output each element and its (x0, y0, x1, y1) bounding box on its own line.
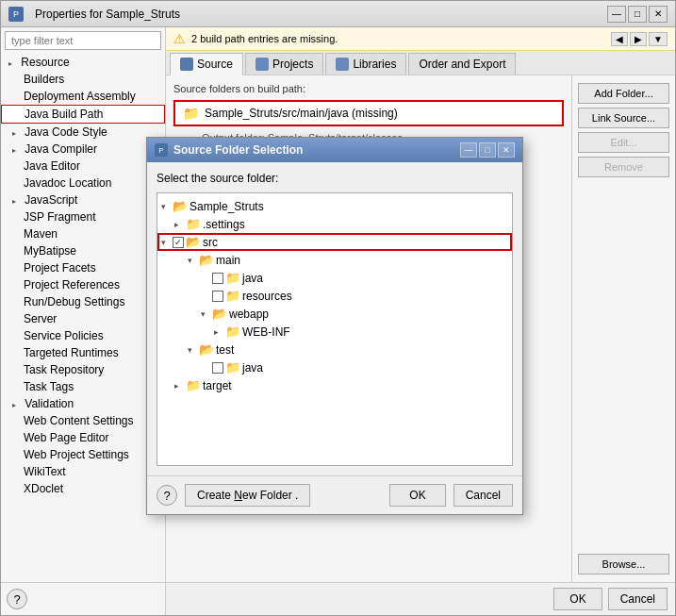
dialog-instruction: Select the source folder: (157, 172, 513, 185)
window-controls: — □ ✕ (607, 6, 668, 23)
folder-icon: 📁 (225, 289, 240, 303)
tree-item-resources[interactable]: 📁 resources (157, 287, 512, 305)
dialog-close-button[interactable]: ✕ (498, 142, 515, 158)
java-checkbox[interactable] (212, 273, 223, 284)
test-java-checkbox[interactable] (212, 362, 223, 374)
folder-icon: 📁 (186, 217, 201, 231)
nav-forward-button[interactable]: ▶ (630, 32, 647, 46)
folder-entry: 📁 Sample_Struts/src/main/java (missing) (173, 100, 564, 126)
tree-item-sample-struts[interactable]: ▾ 📂 Sample_Struts (157, 197, 512, 215)
add-folder-button[interactable]: Add Folder... (578, 83, 669, 104)
warning-bar: ⚠ 2 build path entries are missing. ◀ ▶ … (166, 27, 675, 51)
tree-item-main[interactable]: ▾ 📂 main (157, 251, 512, 269)
edit-button[interactable]: Edit... (578, 132, 669, 153)
sidebar-item-task-repository[interactable]: Task Repository (1, 361, 165, 378)
minimize-button[interactable]: — (607, 6, 626, 23)
sidebar-item-web-page-editor[interactable]: Web Page Editor (1, 429, 165, 446)
folder-open-icon: 📂 (173, 199, 188, 213)
tab-projects[interactable]: Projects (245, 53, 323, 75)
cancel-button[interactable]: Cancel (608, 588, 668, 610)
folder-icon: 📁 (186, 378, 201, 392)
folder-entry-text: Sample_Struts/src/main/java (missing) (205, 107, 398, 120)
folder-open-icon: 📂 (186, 235, 201, 249)
remove-button[interactable]: Remove (578, 157, 669, 177)
title-bar: P Properties for Sample_Struts — □ ✕ (1, 1, 675, 27)
sidebar-item-project-facets[interactable]: Project Facets (1, 259, 165, 276)
tabs-bar: Source Projects Libraries Order and Expo… (166, 51, 675, 75)
link-source-button[interactable]: Link Source... (578, 108, 669, 128)
tree-item-settings[interactable]: ▸ 📁 .settings (157, 215, 512, 233)
ok-button[interactable]: OK (553, 588, 602, 610)
expand-arrow: ▾ (161, 202, 171, 211)
dialog-minimize-button[interactable]: — (460, 142, 477, 158)
folder-icon: 📁 (225, 271, 240, 285)
dialog-title-bar: P Source Folder Selection — □ ✕ (147, 138, 522, 162)
tab-order-export[interactable]: Order and Export (408, 53, 516, 75)
sidebar-item-maven[interactable]: Maven (1, 225, 165, 242)
help-button[interactable]: ? (7, 589, 27, 609)
warning-icon: ⚠ (173, 31, 186, 46)
sidebar-item-project-references[interactable]: Project References (1, 276, 165, 293)
dialog-icon: P (155, 143, 168, 157)
sidebar-item-server[interactable]: Server (1, 310, 165, 327)
nav-dropdown-button[interactable]: ▼ (649, 32, 668, 46)
sidebar-item-validation[interactable]: ▸ Validation (1, 395, 165, 412)
window-title: Properties for Sample_Struts (35, 8, 180, 21)
close-button[interactable]: ✕ (649, 6, 668, 23)
properties-tree: ▸ Resource Builders Deployment Assembly … (1, 54, 165, 582)
folder-icon: 📁 (183, 106, 199, 121)
sidebar-item-web-project-settings[interactable]: Web Project Settings (1, 446, 165, 463)
sidebar-item-run-debug-settings[interactable]: Run/Debug Settings (1, 293, 165, 310)
sidebar-item-jsp-fragment[interactable]: JSP Fragment (1, 208, 165, 225)
sidebar-item-resource[interactable]: ▸ Resource (1, 54, 165, 71)
sidebar-item-web-content-settings[interactable]: Web Content Settings (1, 412, 165, 429)
dialog-maximize-button[interactable]: □ (479, 142, 496, 158)
sidebar-item-service-policies[interactable]: Service Policies (1, 327, 165, 344)
maximize-button[interactable]: □ (628, 6, 647, 23)
dialog-ok-button[interactable]: OK (389, 484, 445, 507)
left-bottom: ? (1, 582, 165, 615)
sidebar-item-javadoc-location[interactable]: Javadoc Location (1, 175, 165, 191)
folder-icon: 📁 (225, 325, 240, 339)
tree-item-test[interactable]: ▾ 📂 test (157, 341, 512, 358)
sidebar-item-task-tags[interactable]: Task Tags (1, 378, 165, 395)
tree-item-web-inf[interactable]: ▸ 📁 WEB-INF (157, 323, 512, 341)
app-icon: P (8, 7, 24, 22)
sidebar-item-javascript[interactable]: ▸ JavaScript (1, 191, 165, 208)
folder-open-icon: 📂 (199, 253, 214, 267)
nav-back-button[interactable]: ◀ (611, 32, 628, 46)
folder-open-icon: 📂 (212, 307, 227, 321)
sidebar-item-java-code-style[interactable]: ▸ Java Code Style (1, 124, 165, 141)
dialog-cancel-button[interactable]: Cancel (453, 484, 513, 507)
browse-button[interactable]: Browse... (578, 554, 669, 574)
create-folder-button[interactable]: Create New Folder . (185, 484, 310, 507)
source-folder-dialog: P Source Folder Selection — □ ✕ Select t… (146, 137, 523, 515)
sidebar-item-wikitext[interactable]: WikiText (1, 463, 165, 480)
sidebar-item-targeted-runtimes[interactable]: Targeted Runtimes (1, 344, 165, 361)
sidebar-item-java-editor[interactable]: Java Editor (1, 158, 165, 175)
resources-checkbox[interactable] (212, 291, 223, 302)
tree-item-src[interactable]: ▾ ✓ 📂 src (157, 233, 512, 251)
bottom-bar: OK Cancel (166, 582, 675, 615)
tab-libraries[interactable]: Libraries (325, 53, 406, 75)
sidebar-item-mybatipse[interactable]: MyBatipse (1, 242, 165, 259)
filter-input[interactable] (5, 31, 161, 50)
expand-arrow: ▾ (161, 238, 171, 247)
tree-item-webapp[interactable]: ▾ 📂 webapp (157, 305, 512, 323)
expand-arrow: ▾ (188, 256, 197, 265)
left-panel: ▸ Resource Builders Deployment Assembly … (1, 27, 166, 615)
src-checkbox[interactable]: ✓ (173, 237, 184, 248)
sidebar-item-xdoclet[interactable]: XDoclet (1, 480, 165, 497)
sidebar-item-java-build-path[interactable]: Java Build Path (1, 105, 165, 124)
sidebar-item-java-compiler[interactable]: ▸ Java Compiler (1, 141, 165, 158)
dialog-help-button[interactable]: ? (157, 485, 177, 506)
tree-item-main-java[interactable]: 📁 java (157, 269, 512, 287)
expand-arrow: ▸ (214, 327, 223, 337)
tree-item-test-java[interactable]: 📁 java (157, 358, 512, 376)
folder-tree[interactable]: ▾ 📂 Sample_Struts ▸ 📁 .settings ▾ ✓ 📂 sr… (157, 192, 513, 466)
dialog-content: Select the source folder: ▾ 📂 Sample_Str… (147, 162, 522, 475)
tree-item-target[interactable]: ▸ 📁 target (157, 376, 512, 394)
sidebar-item-builders[interactable]: Builders (1, 71, 165, 88)
tab-source[interactable]: Source (170, 53, 243, 75)
sidebar-item-deployment-assembly[interactable]: Deployment Assembly (1, 88, 165, 105)
